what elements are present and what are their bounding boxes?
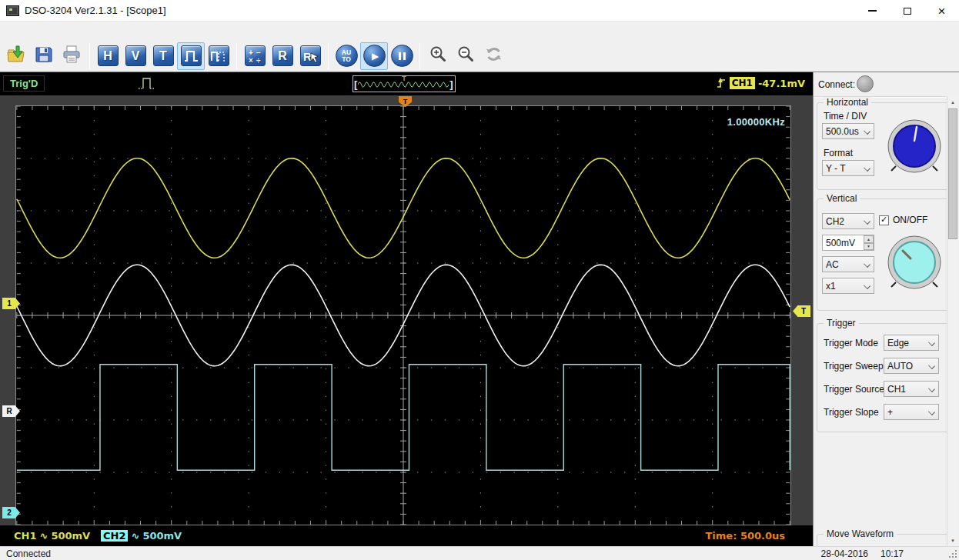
pulse2-icon: [209, 45, 229, 66]
pause-icon: [391, 45, 413, 67]
trigger-status-row: Trig'D T [ ] CH1 -47.1mV: [0, 72, 813, 95]
channel-bar: Time: 500.0us CH1∿500mVCH2∿500mV: [0, 525, 813, 546]
probe-select[interactable]: x1: [822, 278, 874, 294]
refresh-icon: [484, 45, 503, 67]
trigger-sweep-select[interactable]: AUTO: [884, 358, 939, 374]
letter-icon: T: [153, 45, 174, 66]
save-button[interactable]: [30, 42, 58, 70]
scale-readout: 500mV: [142, 530, 182, 542]
horizontal-group: Horizontal Time / DIV 500.0us Format Y -…: [817, 102, 949, 190]
resize-grip[interactable]: [949, 550, 957, 558]
letter-icon: H: [98, 45, 119, 66]
advanced-trigger-button[interactable]: [205, 42, 232, 70]
onoff-label: ON/OFF: [893, 215, 927, 225]
zoom-out-icon: [456, 45, 476, 67]
open-button[interactable]: [2, 42, 30, 70]
trigger-row-label: Trigger Slope: [824, 407, 879, 418]
math-button[interactable]: +−×÷: [241, 42, 269, 70]
print-button[interactable]: [58, 42, 85, 70]
trigger-row-label: Trigger Mode: [824, 338, 878, 348]
zoom-in-icon: [429, 45, 448, 67]
chevron-down-icon: [864, 218, 870, 225]
format-label: Format: [824, 148, 853, 158]
chevron-down-icon: [864, 128, 870, 135]
trigger-level-marker[interactable]: T: [793, 305, 810, 317]
vertical-knob[interactable]: [885, 233, 944, 292]
trigger-status-badge: Trig'D: [3, 75, 45, 92]
trigger-source-select[interactable]: CH1: [884, 381, 939, 397]
run-button[interactable]: ▶: [360, 42, 388, 70]
zoom-in-button[interactable]: [424, 42, 452, 70]
trigger-setup-button[interactable]: T: [149, 42, 177, 70]
scrollbar-thumb[interactable]: [948, 108, 957, 239]
open-folder-icon: [5, 45, 27, 68]
timebase-readout: Time: 500.0us: [705, 528, 785, 543]
pulse-trigger-button[interactable]: [177, 42, 205, 70]
ch2-badge: CH2: [101, 530, 128, 542]
title-bar: DSO-3204 Ver2.1.31 - [Scope1] ×: [0, 0, 959, 22]
app-window: DSO-3204 Ver2.1.31 - [Scope1] × FileView…: [0, 0, 959, 560]
svg-text:×: ×: [249, 56, 253, 65]
chevron-down-icon: [928, 408, 935, 415]
trigger-group-title: Trigger: [824, 318, 859, 328]
maximize-button[interactable]: [890, 0, 924, 22]
coupling-select[interactable]: AC: [822, 256, 874, 272]
window-title: DSO-3204 Ver2.1.31 - [Scope1]: [25, 5, 166, 16]
sync-button[interactable]: [480, 42, 507, 70]
trigger-row-label: Trigger Source: [824, 384, 884, 395]
onoff-checkbox-row: ON/OFF: [879, 215, 927, 225]
ch2-readout[interactable]: CH2∿500mV: [101, 528, 182, 543]
zoom-out-button[interactable]: [452, 42, 480, 70]
spinner-down-icon[interactable]: ▼: [864, 243, 874, 251]
format-value: Y - T: [826, 163, 846, 174]
chevron-down-icon: [928, 385, 935, 392]
autoset-button[interactable]: AUTO: [332, 42, 360, 70]
horizontal-setup-button[interactable]: H: [94, 42, 122, 70]
vertical-group-title: Vertical: [824, 193, 860, 204]
onoff-checkbox[interactable]: [879, 215, 889, 225]
connection-status: Connected: [6, 548, 51, 559]
frequency-counter: 1.00000KHz: [727, 116, 785, 128]
trigger-group: Trigger Trigger ModeEdgeTrigger SweepAUT…: [817, 323, 949, 432]
trigger-slope-select[interactable]: +: [884, 404, 939, 420]
spinner-up-icon[interactable]: ▲: [864, 235, 874, 243]
minimize-button[interactable]: [855, 0, 890, 22]
scroll-down-icon[interactable]: ▼: [947, 535, 958, 546]
close-button[interactable]: ×: [924, 0, 959, 22]
toolbar-separator: [419, 43, 420, 69]
channel-select[interactable]: CH2: [822, 213, 874, 229]
cursor-measure-button[interactable]: R: [296, 42, 324, 70]
scale-readout: 500mV: [51, 530, 90, 542]
toolbar-separator: [236, 43, 237, 69]
scroll-up-icon[interactable]: ▲: [947, 96, 958, 108]
panel-scrollbar[interactable]: ▲ ▼: [947, 96, 958, 546]
pause-button[interactable]: [388, 42, 416, 70]
letter-icon: V: [125, 45, 146, 66]
status-bar: Connected 28-04-2016 10:17: [0, 546, 959, 560]
svg-text:R: R: [303, 50, 312, 63]
chevron-down-icon: [928, 339, 935, 346]
move-waveform-title: Move Waveform: [824, 528, 897, 539]
chevron-down-icon: [864, 165, 870, 172]
rising-edge-icon: [716, 76, 727, 90]
coupling-icon: ∿: [39, 530, 48, 542]
time-div-value: 500.0us: [826, 126, 859, 137]
time-div-select[interactable]: 500.0us: [822, 123, 874, 139]
horizontal-knob[interactable]: [885, 117, 944, 175]
scale-spinner[interactable]: 500mV ▲▼: [822, 235, 874, 251]
trigger-source-badge: CH1: [730, 77, 755, 89]
reference-button[interactable]: R: [269, 42, 296, 70]
trigger-mode-select[interactable]: Edge: [884, 335, 939, 351]
select-value: Edge: [887, 338, 909, 348]
print-icon: [61, 45, 82, 68]
format-select[interactable]: Y - T: [822, 160, 874, 176]
trigger-level-value: -47.1mV: [758, 78, 805, 89]
ch1-readout[interactable]: CH1∿500mV: [14, 528, 90, 543]
control-panel: Connect: Horizontal Time / DIV 500.0us F…: [813, 72, 959, 546]
chevron-down-icon: [928, 362, 935, 369]
vertical-setup-button[interactable]: V: [122, 42, 149, 70]
maximize-icon: [904, 8, 911, 15]
svg-text:÷: ÷: [256, 56, 261, 65]
waveform-position-preview[interactable]: T [ ]: [353, 75, 456, 92]
scale-value: 500mV: [826, 238, 855, 248]
